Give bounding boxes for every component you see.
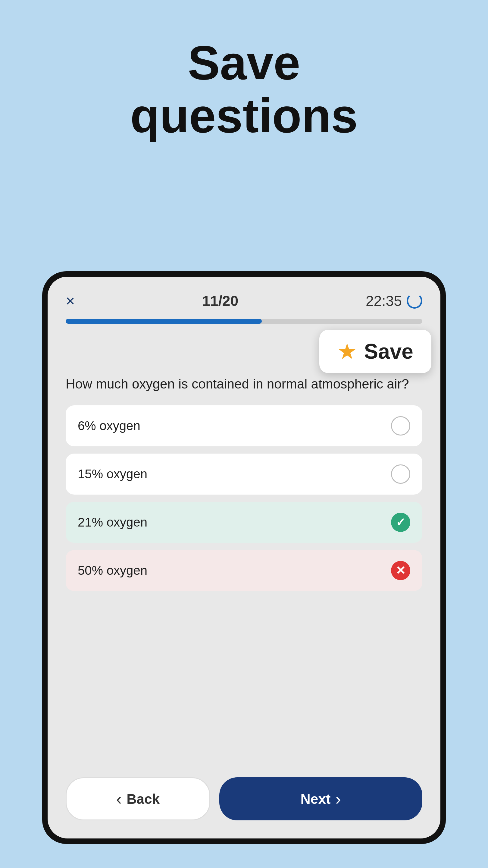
phone-screen: × 11/20 22:35	[47, 277, 441, 838]
bottom-navigation: Back Next	[47, 768, 441, 838]
answer-indicator-3: ✓	[391, 513, 410, 532]
back-button[interactable]: Back	[66, 777, 210, 820]
chevron-right-icon	[335, 789, 341, 809]
answer-indicator-4: ✕	[391, 561, 410, 580]
answer-text-1: 6% oxygen	[78, 418, 140, 433]
next-button-label: Next	[301, 791, 331, 807]
flag-save-area: Flag ★ Save	[47, 333, 441, 366]
refresh-icon[interactable]	[407, 293, 422, 309]
question-counter: 11/20	[202, 293, 238, 309]
timer-display: 22:35	[366, 293, 402, 309]
quiz-header: × 11/20 22:35	[47, 277, 441, 319]
answer-text-2: 15% oxygen	[78, 467, 147, 481]
close-button[interactable]: ×	[66, 292, 75, 310]
answer-indicator-1	[391, 416, 410, 435]
progress-bar-background	[66, 319, 422, 324]
star-icon: ★	[337, 339, 357, 364]
answer-option-3[interactable]: 21% oxygen ✓	[66, 502, 422, 543]
answer-option-1[interactable]: 6% oxygen	[66, 405, 422, 446]
next-button[interactable]: Next	[219, 777, 422, 820]
timer-area: 22:35	[366, 293, 422, 309]
phone-container: × 11/20 22:35	[42, 271, 446, 844]
chevron-left-icon	[116, 789, 122, 809]
page-title: Save questions	[0, 36, 488, 142]
check-icon: ✓	[396, 516, 405, 529]
answer-option-2[interactable]: 15% oxygen	[66, 454, 422, 495]
title-area: Save questions	[0, 36, 488, 142]
phone-frame: × 11/20 22:35	[42, 271, 446, 844]
answer-indicator-2	[391, 464, 410, 484]
save-popup-label: Save	[364, 339, 413, 364]
back-button-label: Back	[127, 791, 160, 807]
progress-bar-fill	[66, 319, 262, 324]
question-text: How much oxygen is contained in normal a…	[66, 375, 422, 393]
answers-area: 6% oxygen 15% oxygen 21% oxygen ✓	[47, 399, 441, 768]
save-popup: ★ Save	[319, 330, 431, 373]
answer-text-3: 21% oxygen	[78, 515, 147, 530]
answer-text-4: 50% oxygen	[78, 563, 147, 578]
answer-option-4[interactable]: 50% oxygen ✕	[66, 550, 422, 591]
cross-icon: ✕	[396, 564, 405, 577]
